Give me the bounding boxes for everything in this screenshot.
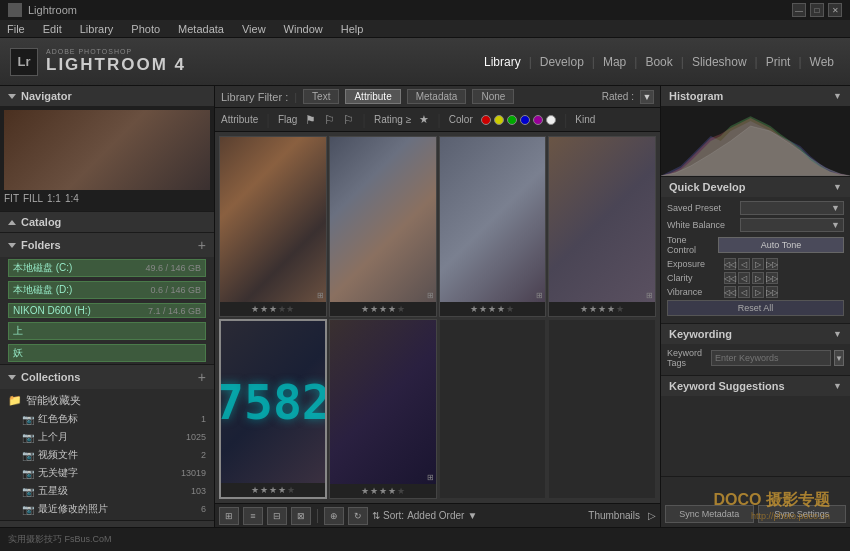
folder-item-up[interactable]: 上 xyxy=(0,320,214,342)
keywording-header[interactable]: Keywording ▼ xyxy=(661,324,850,344)
keyword-suggestions-header[interactable]: Keyword Suggestions ▼ xyxy=(661,376,850,396)
color-dot-red[interactable] xyxy=(481,115,491,125)
collection-item-recent[interactable]: 📷 最近修改的照片 6 xyxy=(0,500,214,518)
color-dot-purple[interactable] xyxy=(533,115,543,125)
publish-add-button[interactable]: + xyxy=(198,525,206,527)
menu-metadata[interactable]: Metadata xyxy=(175,23,227,35)
flag-reject[interactable]: ⚐ xyxy=(324,113,335,127)
window-controls[interactable]: — □ ✕ xyxy=(792,3,842,17)
qd-wb-control[interactable]: ▼ xyxy=(740,218,844,232)
sort-chevron[interactable]: ▼ xyxy=(467,510,477,521)
rotate-btn[interactable]: ↻ xyxy=(348,507,368,525)
catalog-header[interactable]: Catalog xyxy=(0,212,214,232)
rating-expand[interactable]: ▼ xyxy=(640,90,654,104)
qd-reset-button[interactable]: Reset All xyxy=(667,300,844,316)
collection-item-red[interactable]: 📷 红色色标 1 xyxy=(0,410,214,428)
module-print[interactable]: Print xyxy=(760,51,797,73)
qd-clarity-inc[interactable]: ▷ xyxy=(752,272,764,284)
nav-1-1[interactable]: 1:1 xyxy=(47,193,61,204)
qd-exposure-incl[interactable]: ▷▷ xyxy=(766,258,778,270)
qd-clarity-incl[interactable]: ▷▷ xyxy=(766,272,778,284)
collection-group-smart[interactable]: 📁 智能收藏夹 xyxy=(0,391,214,410)
module-library[interactable]: Library xyxy=(478,51,527,73)
nav-1-4[interactable]: 1:4 xyxy=(65,193,79,204)
keywording-chevron[interactable]: ▼ xyxy=(833,329,842,339)
filter-metadata[interactable]: Metadata xyxy=(407,89,467,104)
qd-exposure-dec[interactable]: ◁ xyxy=(738,258,750,270)
module-book[interactable]: Book xyxy=(639,51,678,73)
photo-cell-2[interactable]: ⊞ ★ ★ ★ ★ ★ xyxy=(329,136,437,317)
qd-vibrance-inc[interactable]: ▷ xyxy=(752,286,764,298)
maximize-button[interactable]: □ xyxy=(810,3,824,17)
nav-fit[interactable]: FIT xyxy=(4,193,19,204)
color-dot-blue[interactable] xyxy=(520,115,530,125)
module-web[interactable]: Web xyxy=(804,51,840,73)
qd-clarity-dec[interactable]: ◁ xyxy=(738,272,750,284)
minimize-button[interactable]: — xyxy=(792,3,806,17)
qd-clarity-decl[interactable]: ◁◁ xyxy=(724,272,736,284)
view-survey-btn[interactable]: ⊠ xyxy=(291,507,311,525)
filter-btn[interactable]: ⊕ xyxy=(324,507,344,525)
menu-help[interactable]: Help xyxy=(338,23,367,35)
folders-add-button[interactable]: + xyxy=(198,237,206,253)
filter-none[interactable]: None xyxy=(472,89,514,104)
qd-preset-control[interactable]: ▼ xyxy=(740,201,844,215)
kw-tags-arrow[interactable]: ▼ xyxy=(834,350,844,366)
histogram-header[interactable]: Histogram ▼ xyxy=(661,86,850,106)
menu-edit[interactable]: Edit xyxy=(40,23,65,35)
filter-attribute[interactable]: Attribute xyxy=(345,89,400,104)
menu-library[interactable]: Library xyxy=(77,23,117,35)
color-dot-white[interactable] xyxy=(546,115,556,125)
color-dot-green[interactable] xyxy=(507,115,517,125)
view-grid-btn[interactable]: ⊞ xyxy=(219,507,239,525)
filter-text[interactable]: Text xyxy=(303,89,339,104)
flag-unflag[interactable]: ⚐ xyxy=(343,113,354,127)
menu-window[interactable]: Window xyxy=(281,23,326,35)
sort-arrows[interactable]: ⇅ xyxy=(372,510,380,521)
folder-item-d[interactable]: 本地磁盘 (D:) 0.6 / 146 GB xyxy=(0,279,214,301)
flag-pick[interactable]: ⚑ xyxy=(305,113,316,127)
photo-cell-6[interactable]: ⊞ ★ ★ ★ ★ ★ xyxy=(329,319,437,500)
star-rating[interactable]: ★ xyxy=(419,113,429,126)
close-button[interactable]: ✕ xyxy=(828,3,842,17)
photo-cell-3[interactable]: ⊞ ★ ★ ★ ★ ★ xyxy=(439,136,547,317)
photo-cell-4[interactable]: ⊞ ★ ★ ★ ★ ★ xyxy=(548,136,656,317)
folder-item-yao[interactable]: 妖 xyxy=(0,342,214,364)
module-map[interactable]: Map xyxy=(597,51,632,73)
qd-exposure-decl[interactable]: ◁◁ xyxy=(724,258,736,270)
folder-item-c[interactable]: 本地磁盘 (C:) 49.6 / 146 GB xyxy=(0,257,214,279)
photo-cell-1[interactable]: ⊞ ★ ★ ★ ★★ xyxy=(219,136,327,317)
collections-header[interactable]: Collections + xyxy=(0,365,214,389)
photo-cell-5[interactable]: 275829 ★ ★ ★ ★ ★ xyxy=(219,319,327,500)
module-slideshow[interactable]: Slideshow xyxy=(686,51,753,73)
collection-item-nokw[interactable]: 📷 无关键字 13019 xyxy=(0,464,214,482)
qd-vibrance-incl[interactable]: ▷▷ xyxy=(766,286,778,298)
menu-photo[interactable]: Photo xyxy=(128,23,163,35)
keyword-suggestions-chevron[interactable]: ▼ xyxy=(833,381,842,391)
collection-item-month[interactable]: 📷 上个月 1025 xyxy=(0,428,214,446)
collection-item-5star[interactable]: 📷 五星级 103 xyxy=(0,482,214,500)
qd-vibrance-dec[interactable]: ◁ xyxy=(738,286,750,298)
view-compare-btn[interactable]: ⊟ xyxy=(267,507,287,525)
folder-item-h[interactable]: NIKON D600 (H:) 7.1 / 14.6 GB xyxy=(0,301,214,320)
navigator-header[interactable]: Navigator xyxy=(0,86,214,106)
nav-fill[interactable]: FILL xyxy=(23,193,43,204)
folders-header[interactable]: Folders + xyxy=(0,233,214,257)
qd-auto-tone-button[interactable]: Auto Tone xyxy=(718,237,844,253)
module-develop[interactable]: Develop xyxy=(534,51,590,73)
quick-develop-chevron[interactable]: ▼ xyxy=(833,182,842,192)
sort-value[interactable]: Added Order xyxy=(407,510,464,521)
qd-exposure-inc[interactable]: ▷ xyxy=(752,258,764,270)
kw-tags-input[interactable] xyxy=(711,350,831,366)
menu-view[interactable]: View xyxy=(239,23,269,35)
menu-file[interactable]: File xyxy=(4,23,28,35)
publish-header[interactable]: Publish Services + xyxy=(0,521,214,527)
view-list-btn[interactable]: ≡ xyxy=(243,507,263,525)
collections-add-button[interactable]: + xyxy=(198,369,206,385)
collection-item-video[interactable]: 📷 视频文件 2 xyxy=(0,446,214,464)
qd-vibrance-decl[interactable]: ◁◁ xyxy=(724,286,736,298)
histogram-chevron[interactable]: ▼ xyxy=(833,91,842,101)
sort-label: Sort: xyxy=(383,510,404,521)
color-dot-yellow[interactable] xyxy=(494,115,504,125)
quick-develop-header[interactable]: Quick Develop ▼ xyxy=(661,177,850,197)
